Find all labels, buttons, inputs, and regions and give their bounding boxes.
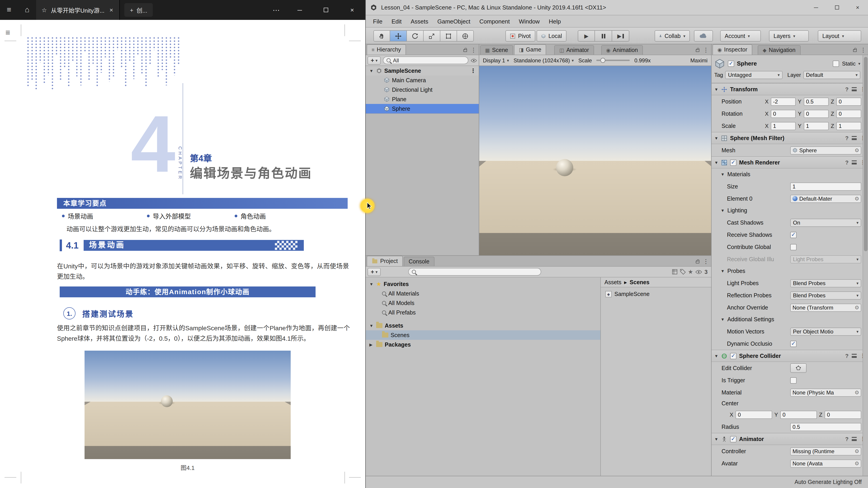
unity-minimize-button[interactable]: ─ <box>806 0 827 15</box>
static-checkbox[interactable] <box>833 60 839 67</box>
preset-icon[interactable] <box>852 160 857 164</box>
material-object-field[interactable]: Default-Mater⊙ <box>790 195 861 203</box>
step-button[interactable]: ▶ <box>612 30 629 41</box>
breadcrumb-scenes[interactable]: Scenes <box>630 279 650 285</box>
tab-hierarchy[interactable]: ≡Hierarchy <box>367 44 406 55</box>
scene-visibility-icon[interactable] <box>471 58 477 63</box>
materials-size-field[interactable]: 1 <box>790 182 861 191</box>
materials-foldout[interactable]: ▼Materials <box>712 168 868 180</box>
rotation-y-field[interactable]: 0 <box>804 109 829 118</box>
menu-edit[interactable]: Edit <box>387 18 406 25</box>
cloud-button[interactable] <box>694 30 713 41</box>
preset-icon[interactable] <box>852 136 857 140</box>
cast-shadows-dropdown[interactable]: On▾ <box>790 219 861 227</box>
component-enabled-checkbox[interactable] <box>730 436 737 442</box>
rect-tool-button[interactable] <box>440 30 457 41</box>
scale-y-field[interactable]: 1 <box>804 122 829 130</box>
help-icon[interactable]: ? <box>845 436 848 442</box>
tab-game[interactable]: ◨Game <box>514 44 546 55</box>
tab-inspector[interactable]: ◉Inspector <box>712 44 752 55</box>
tab-close-icon[interactable]: × <box>108 6 114 13</box>
layer-dropdown[interactable]: Default▾ <box>803 71 860 79</box>
save-search-icon[interactable]: ★ <box>688 268 693 275</box>
scenes-folder-row[interactable]: Scenes <box>366 330 600 340</box>
unity-maximize-button[interactable] <box>827 0 847 15</box>
packages-foldout[interactable]: ▶Packages <box>366 340 600 349</box>
probes-foldout[interactable]: ▼Probes <box>712 265 868 277</box>
rotation-x-field[interactable]: 0 <box>771 109 796 118</box>
physic-material-field[interactable]: None (Physic Ma⊙ <box>790 388 861 396</box>
hierarchy-item-main-camera[interactable]: Main Camera <box>366 75 479 85</box>
menu-help[interactable]: Help <box>544 18 565 25</box>
position-x-field[interactable]: -2 <box>771 97 796 105</box>
dynamic-occlusion-checkbox[interactable] <box>790 340 797 347</box>
tab-animator[interactable]: ◫Animator <box>555 45 594 55</box>
hierarchy-item-directional-light[interactable]: Directional Light <box>366 85 479 94</box>
animator-component-header[interactable]: ▼ Animator ?⋮ <box>712 433 868 445</box>
panel-menu-icon[interactable]: ⋮ <box>703 258 709 265</box>
motion-vectors-dropdown[interactable]: Per Object Motio▾ <box>790 327 861 335</box>
transform-component-header[interactable]: ▼ Transform ?⋮ <box>712 83 868 95</box>
object-picker-icon[interactable]: ⊙ <box>855 304 859 311</box>
inspector-scrollbar[interactable] <box>863 55 868 476</box>
object-picker-icon[interactable]: ⊙ <box>855 460 859 466</box>
is-trigger-checkbox[interactable] <box>790 377 797 383</box>
lock-icon[interactable] <box>463 49 467 52</box>
panel-menu-icon[interactable]: ⋮ <box>471 46 476 53</box>
scale-tool-button[interactable] <box>424 30 440 41</box>
pause-button[interactable] <box>595 30 612 41</box>
status-text[interactable]: Auto Generate Lighting Off <box>795 479 862 485</box>
light-probes-dropdown[interactable]: Blend Probes▾ <box>790 279 861 287</box>
object-picker-icon[interactable]: ⊙ <box>855 448 859 454</box>
create-button[interactable]: +▾ <box>368 268 381 276</box>
layers-dropdown[interactable]: Layers▾ <box>769 30 809 41</box>
hierarchy-item-plane[interactable]: Plane <box>366 94 479 104</box>
preset-icon[interactable] <box>852 437 857 441</box>
favorite-all-materials[interactable]: All Materials <box>366 289 600 298</box>
help-icon[interactable]: ? <box>845 86 848 92</box>
edit-collider-button[interactable] <box>790 363 807 373</box>
radius-field[interactable]: 0.5 <box>790 423 861 431</box>
lock-icon[interactable] <box>853 49 857 52</box>
reader-close-button[interactable]: × <box>339 0 365 20</box>
position-y-field[interactable]: 0.5 <box>804 97 829 105</box>
object-picker-icon[interactable]: ⊙ <box>855 147 859 153</box>
receive-shadows-checkbox[interactable] <box>790 232 797 238</box>
center-z-field[interactable]: 0 <box>825 411 861 419</box>
account-dropdown[interactable]: Account▾ <box>720 30 761 41</box>
scale-x-field[interactable]: 1 <box>771 122 796 130</box>
collab-button[interactable]: Collab▾ <box>655 30 690 41</box>
tab-navigation[interactable]: ◆Navigation <box>758 45 800 55</box>
hierarchy-item-sphere-selected[interactable]: Sphere <box>366 104 479 113</box>
favorites-foldout[interactable]: ▼★Favorites <box>366 279 600 289</box>
hierarchy-scene-row[interactable]: ▼ SampleScene ⋮ <box>366 66 479 75</box>
position-z-field[interactable]: 0 <box>836 97 861 105</box>
center-x-field[interactable]: 0 <box>736 411 772 419</box>
asset-samplescene[interactable]: ◆ SampleScene <box>601 289 711 299</box>
preset-icon[interactable] <box>852 354 857 358</box>
more-options-icon[interactable]: ⋯ <box>266 6 287 14</box>
help-icon[interactable]: ? <box>845 135 848 141</box>
move-tool-button[interactable] <box>390 30 407 41</box>
search-by-label-icon[interactable] <box>680 269 686 275</box>
favorite-all-models[interactable]: All Models <box>366 298 600 308</box>
mesh-object-field[interactable]: Sphere⊙ <box>790 146 861 154</box>
scrollbar-thumb[interactable] <box>864 57 868 251</box>
mesh-filter-component-header[interactable]: ▼ Sphere (Mesh Filter) ?⋮ <box>712 132 868 144</box>
sidebar-toggle-icon[interactable]: ≡ <box>5 28 10 37</box>
layout-dropdown[interactable]: Layout▾ <box>818 30 861 41</box>
play-button[interactable]: ▶ <box>578 30 595 41</box>
help-icon[interactable]: ? <box>845 353 848 359</box>
tab-scene[interactable]: ▦Scene <box>480 45 513 55</box>
resolution-dropdown[interactable]: Standalone (1024x768)▾ <box>514 57 574 64</box>
local-toggle-button[interactable]: Local <box>537 30 566 41</box>
object-picker-icon[interactable]: ⊙ <box>855 196 859 201</box>
center-y-field[interactable]: 0 <box>780 411 817 419</box>
search-by-type-icon[interactable] <box>672 269 677 275</box>
breadcrumb-assets[interactable]: Assets <box>604 279 621 285</box>
menu-component[interactable]: Component <box>475 18 514 25</box>
reader-maximize-button[interactable] <box>313 0 339 20</box>
rotation-z-field[interactable]: 0 <box>836 109 861 118</box>
transform-tool-button[interactable] <box>457 30 474 41</box>
panel-menu-icon[interactable]: ⋮ <box>703 46 709 53</box>
